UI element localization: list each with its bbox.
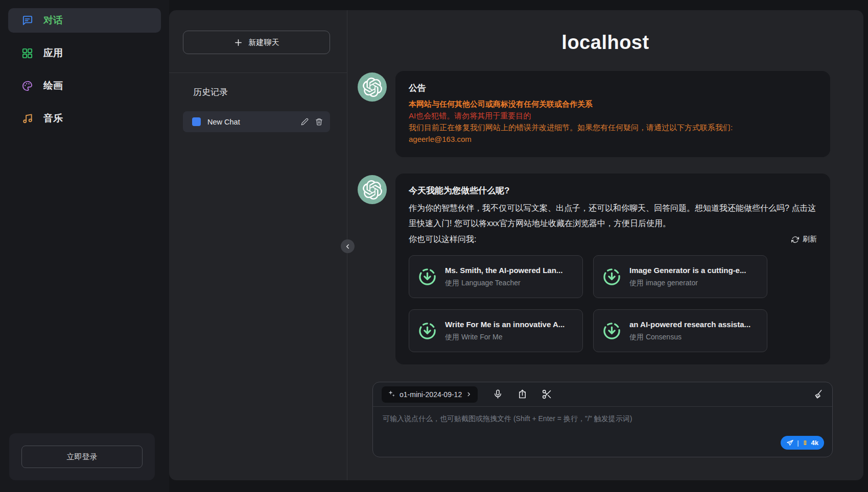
openai-logo-avatar xyxy=(358,72,387,102)
history-title: 历史记录 xyxy=(193,86,330,98)
login-card: 立即登录 xyxy=(9,433,155,480)
suggestion-texts: Image Generator is a cutting-e... 使用 ima… xyxy=(629,266,746,288)
hint-row: 你也可以这样问我: 刷新 xyxy=(409,232,817,247)
page-title: localhost xyxy=(347,32,863,54)
sidebar-item-label: 应用 xyxy=(43,46,63,60)
coin-icon xyxy=(802,439,808,446)
chevron-left-icon xyxy=(344,243,351,250)
model-selector[interactable]: o1-mini-2024-09-12 xyxy=(382,386,478,403)
collapse-sidebar-button[interactable] xyxy=(341,239,355,253)
sidebar-item-chat[interactable]: 对话 xyxy=(8,8,161,33)
announcement-line: AI也会犯错。请勿将其用于重要目的 xyxy=(409,110,817,121)
announcement-line: 我们目前正在修复我们网站上的错误并改进细节。如果您有任何疑问，请通过以下方式联系… xyxy=(409,121,817,133)
sidebar-item-drawing[interactable]: 绘画 xyxy=(8,73,161,98)
assistant-message-greeting: 今天我能为您做些什么呢? 作为你的智慧伙伴，我不仅可以写文案、出点子，还可以和你… xyxy=(347,174,863,364)
suggestion-texts: an AI-powered research assista... 使用 Con… xyxy=(629,320,750,342)
send-separator: | xyxy=(797,439,799,447)
new-chat-button[interactable]: 新建聊天 xyxy=(183,31,330,54)
scissors-icon[interactable] xyxy=(542,389,552,400)
suggestion-title: Image Generator is a cutting-e... xyxy=(629,266,746,275)
download-circle-icon xyxy=(602,267,622,287)
download-circle-icon xyxy=(417,267,437,287)
greeting-body: 作为你的智慧伙伴，我不仅可以写文案、出点子，还可以和你聊天、回答问题。想知道我还… xyxy=(409,201,817,231)
suggestion-card[interactable]: Write For Me is an innovative A... 使用 Wr… xyxy=(409,309,583,352)
suggestion-subtitle: 使用 Write For Me xyxy=(445,333,565,342)
clear-broom-icon[interactable] xyxy=(813,389,824,400)
suggestion-title: Write For Me is an innovative A... xyxy=(445,320,565,329)
send-button[interactable]: | 4k xyxy=(781,436,824,450)
sidebar-item-label: 对话 xyxy=(43,14,63,27)
suggestion-title: an AI-powered research assista... xyxy=(629,320,750,329)
suggestion-title: Ms. Smith, the AI-powered Lan... xyxy=(445,266,562,275)
suggestion-texts: Write For Me is an innovative A... 使用 Wr… xyxy=(445,320,565,342)
conversation-avatar xyxy=(192,117,201,126)
announcement-contact-email[interactable]: ageerle@163.com xyxy=(409,133,817,145)
suggestion-grid: Ms. Smith, the AI-powered Lan... 使用 Lang… xyxy=(409,255,817,352)
sidebar-item-apps[interactable]: 应用 xyxy=(8,41,161,65)
download-circle-icon xyxy=(417,321,437,341)
model-label: o1-mini-2024-09-12 xyxy=(400,390,462,399)
token-badge: 4k xyxy=(811,439,818,447)
openai-logo-avatar xyxy=(358,175,387,204)
chat-bubble-icon xyxy=(21,15,33,27)
login-button[interactable]: 立即登录 xyxy=(21,446,143,468)
suggestion-card[interactable]: Image Generator is a cutting-e... 使用 ima… xyxy=(593,255,767,298)
announcement-title: 公告 xyxy=(409,82,817,94)
suggestion-subtitle: 使用 image generator xyxy=(629,279,746,288)
composer-toolbar: o1-mini-2024-09-12 xyxy=(373,382,832,407)
history-item-new-chat[interactable]: New Chat xyxy=(183,111,330,132)
apps-grid-icon xyxy=(21,47,33,59)
music-note-icon xyxy=(21,113,33,125)
refresh-suggestions-button[interactable]: 刷新 xyxy=(791,235,817,244)
edit-icon[interactable] xyxy=(301,118,309,126)
conversation-list: 新建聊天 历史记录 New Chat xyxy=(169,10,347,480)
main-panel: 新建聊天 历史记录 New Chat localhost xyxy=(169,10,863,480)
assistant-message-announcement: 公告 本网站与任何其他公司或商标没有任何关联或合作关系 AI也会犯错。请勿将其用… xyxy=(347,71,863,157)
microphone-icon[interactable] xyxy=(492,389,503,400)
new-chat-label: 新建聊天 xyxy=(249,38,279,47)
conversation-title: New Chat xyxy=(207,118,294,126)
greeting-bubble: 今天我能为您做些什么呢? 作为你的智慧伙伴，我不仅可以写文案、出点子，还可以和你… xyxy=(395,174,830,364)
sidebar-item-music[interactable]: 音乐 xyxy=(8,106,161,131)
divider xyxy=(169,72,347,73)
sparkle-icon xyxy=(388,390,395,399)
sidebar-item-label: 绘画 xyxy=(43,79,63,92)
app-window: 对话 应用 绘画 音乐 立即登录 xyxy=(0,0,868,492)
announcement-line: 本网站与任何其他公司或商标没有任何关联或合作关系 xyxy=(409,98,817,110)
sidebar-item-label: 音乐 xyxy=(43,112,63,125)
chat-main: localhost 公告 本网站与任何其他公司或商标没有任何关联或合作关系 AI… xyxy=(347,10,863,480)
plus-icon xyxy=(234,38,243,47)
download-circle-icon xyxy=(602,321,622,341)
greeting-title: 今天我能为您做些什么呢? xyxy=(409,185,817,196)
chevron-right-icon xyxy=(466,390,472,399)
trash-icon[interactable] xyxy=(315,118,323,126)
suggestion-texts: Ms. Smith, the AI-powered Lan... 使用 Lang… xyxy=(445,266,562,288)
message-input[interactable] xyxy=(373,407,832,438)
openai-logo-icon xyxy=(363,78,382,97)
nav-sidebar: 对话 应用 绘画 音乐 立即登录 xyxy=(0,0,169,492)
suggestion-card[interactable]: an AI-powered research assista... 使用 Con… xyxy=(593,309,767,352)
refresh-icon xyxy=(791,236,799,243)
paper-plane-icon xyxy=(786,439,794,447)
greeting-hint: 你也可以这样问我: xyxy=(409,232,476,247)
upload-icon[interactable] xyxy=(517,389,528,400)
refresh-label: 刷新 xyxy=(803,235,817,244)
composer: o1-mini-2024-09-12 xyxy=(372,382,833,457)
suggestion-card[interactable]: Ms. Smith, the AI-powered Lan... 使用 Lang… xyxy=(409,255,583,298)
suggestion-subtitle: 使用 Consensus xyxy=(629,333,750,342)
suggestion-subtitle: 使用 Language Teacher xyxy=(445,279,562,288)
announcement-bubble: 公告 本网站与任何其他公司或商标没有任何关联或合作关系 AI也会犯错。请勿将其用… xyxy=(395,71,830,157)
palette-icon xyxy=(21,80,33,92)
openai-logo-icon xyxy=(363,180,382,200)
